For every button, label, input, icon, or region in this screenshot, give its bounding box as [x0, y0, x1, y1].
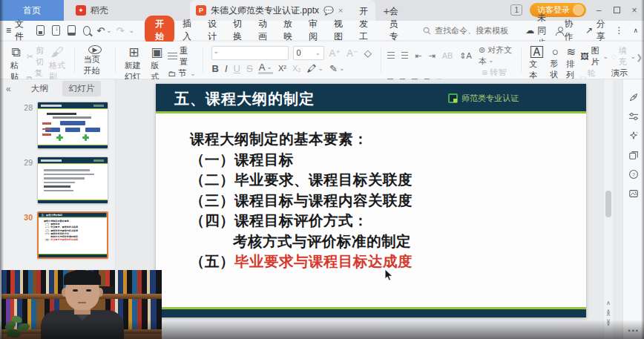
- slide-body-text[interactable]: 课程大纲制定的基本要素： （一）课程目标 （二）毕业要求、课程目标关联度 （三）…: [156, 113, 586, 272]
- collaborate-button[interactable]: 协作: [556, 18, 576, 43]
- previous-slide-icon[interactable]: ∧∧: [606, 310, 611, 316]
- ribbon-tab-review[interactable]: 审阅: [300, 16, 326, 45]
- bullet-list-icon[interactable]: [387, 52, 394, 59]
- paste-button[interactable]: ⧉ 粘贴: [7, 43, 25, 77]
- slide-thumbnail-28[interactable]: [37, 102, 108, 149]
- tab-slides[interactable]: 幻灯片: [62, 81, 102, 96]
- layout-button[interactable]: ▣ 版式: [147, 43, 166, 77]
- slides-copy-icon[interactable]: [628, 149, 640, 161]
- pen-button[interactable]: ✎: [329, 63, 345, 74]
- tab-home-label: 首页: [23, 4, 41, 17]
- decrease-indent-icon[interactable]: ⇤: [415, 51, 421, 61]
- ribbon-tab-animation[interactable]: 动画: [250, 16, 275, 45]
- hamburger-icon: ≡: [6, 25, 11, 36]
- more-menu-icon[interactable]: ⋮: [614, 25, 623, 36]
- command-search[interactable]: [423, 26, 524, 35]
- slide-thumbnail-29[interactable]: [37, 157, 108, 204]
- slide-footer-bar: [156, 307, 586, 317]
- section-button[interactable]: 🗀 节: [168, 68, 196, 79]
- font-size-select[interactable]: 0 ⌄: [293, 46, 324, 60]
- scroll-up-icon[interactable]: ∧: [606, 300, 611, 306]
- fill-button[interactable]: ◌ 填充: [611, 45, 636, 68]
- underline-button[interactable]: U: [233, 63, 241, 74]
- canvas-scrollbar[interactable]: ∧ ∧∧ ∨∨: [603, 79, 613, 339]
- tab-docer[interactable]: ✦ 稻壳: [64, 0, 145, 21]
- redo-icon[interactable]: ↷: [115, 25, 126, 36]
- logo-text: 师范类专业认证: [461, 93, 519, 104]
- decrease-font-icon[interactable]: A⁻: [346, 47, 359, 59]
- numbered-list-icon[interactable]: [401, 52, 408, 59]
- thumb-mini-slide: 五、课程大纲的制定 课程大纲制定的基本要素： （一）课程目标 （二）毕业要求、课…: [39, 213, 107, 259]
- increase-font-icon[interactable]: A⁺: [329, 47, 342, 59]
- file-menu[interactable]: ≡ 文件: [6, 18, 32, 43]
- new-slide-button[interactable]: ⊞ 新建幻灯片: [121, 43, 148, 77]
- play-from-current-button[interactable]: ▶ 当页开始: [80, 43, 110, 77]
- share-button[interactable]: ↗ 分享: [585, 18, 605, 43]
- print-icon[interactable]: [68, 25, 76, 36]
- slide-number: 28: [18, 102, 33, 112]
- shapes-icon: ○: [552, 45, 559, 58]
- panel-collapse-icon[interactable]: «: [6, 84, 11, 94]
- format-painter-button[interactable]: 🖌 格式刷: [45, 43, 69, 77]
- body-line: （二）毕业要求、课程目标关联度: [190, 170, 586, 191]
- ribbon-tab-view[interactable]: 视图: [326, 16, 351, 45]
- current-slide[interactable]: 五、课程大纲的制定 师范类专业认证 课程大纲制定的基本要素： （一）课程目标 （…: [156, 84, 586, 317]
- italic-button[interactable]: I: [224, 63, 229, 74]
- strikethrough-button[interactable]: S: [246, 63, 254, 74]
- undo-icon[interactable]: ↶: [95, 25, 113, 36]
- font-color-button[interactable]: A: [258, 62, 273, 74]
- save-icon[interactable]: [36, 25, 45, 36]
- layers-icon: ≋: [566, 45, 576, 59]
- quick-access-dropdown-icon[interactable]: ⌄: [128, 27, 137, 34]
- shapes-label: 形状: [551, 58, 560, 80]
- collapse-ribbon-icon[interactable]: ∧: [633, 27, 638, 34]
- highlight-button[interactable]: 🖍: [306, 63, 324, 74]
- print-preview-icon[interactable]: [83, 26, 91, 36]
- shapes-button[interactable]: ○ 形状: [548, 43, 563, 77]
- sidebar-more-dots[interactable]: •••: [628, 327, 640, 335]
- superscript-button[interactable]: X²: [277, 64, 287, 73]
- play-icon: ▶: [88, 45, 102, 54]
- editing-canvas[interactable]: 五、课程大纲的制定 师范类专业认证 课程大纲制定的基本要素： （一）课程目标 （…: [116, 79, 613, 339]
- ribbon-expand-icon[interactable]: ❯: [637, 53, 643, 62]
- ribbon-tab-design[interactable]: 设计: [200, 16, 225, 45]
- next-slide-icon[interactable]: ∨∨: [606, 320, 611, 326]
- properties-sliders-icon[interactable]: [628, 111, 640, 122]
- line-spacing-icon[interactable]: ⇕A: [459, 51, 472, 61]
- ribbon-tab-slideshow[interactable]: 放映: [275, 16, 300, 45]
- font-family-select[interactable]: [211, 46, 289, 60]
- scrollbar-thumb[interactable]: [605, 191, 611, 217]
- cut-button[interactable]: ✂ 剪切: [27, 45, 44, 68]
- slide-title-bar[interactable]: 五、课程大纲的制定 师范类专业认证: [156, 84, 586, 113]
- align-text-button[interactable]: ⊜ 对齐文本: [479, 45, 514, 67]
- certification-logo: 师范类专业认证: [448, 93, 519, 104]
- arrange-button[interactable]: ≋ 排列: [563, 43, 579, 77]
- ribbon-tab-home[interactable]: 开始: [145, 16, 174, 45]
- effects-wand-icon[interactable]: [628, 130, 640, 142]
- slide-thumbnail-30-selected[interactable]: 五、课程大纲的制定 课程大纲制定的基本要素： （一）课程目标 （二）毕业要求、课…: [37, 211, 108, 259]
- help-icon[interactable]: ?: [628, 168, 640, 180]
- ribbon-tab-insert[interactable]: 插入: [174, 16, 200, 45]
- chevron-down-icon: ⌄: [315, 50, 321, 56]
- assistant-rocket-icon[interactable]: [628, 91, 640, 103]
- ribbon-tab-transition[interactable]: 切换: [225, 16, 250, 45]
- search-input[interactable]: [435, 26, 524, 35]
- export-icon[interactable]: [52, 25, 60, 36]
- bold-button[interactable]: B: [211, 63, 220, 74]
- picture-button[interactable]: 🖼 图片: [580, 45, 608, 68]
- slide-title[interactable]: 五、课程大纲的制定: [156, 84, 586, 113]
- subscript-button[interactable]: X₂: [292, 64, 302, 73]
- paste-icon: ⧉: [11, 45, 20, 60]
- increase-indent-icon[interactable]: ⇥: [428, 51, 435, 61]
- present-button[interactable]: 演示: [611, 68, 636, 79]
- new-slide-icon: ⊞: [128, 45, 139, 60]
- char-spacing-icon[interactable]: AB: [442, 51, 453, 60]
- clear-format-icon[interactable]: ◇: [364, 47, 372, 59]
- export-image-icon[interactable]: [628, 188, 640, 200]
- reset-button[interactable]: 重置: [168, 45, 196, 68]
- tab-outline[interactable]: 大纲: [24, 81, 55, 96]
- textbox-icon: 🄰: [530, 45, 543, 59]
- person-icon: [556, 27, 561, 35]
- window-count-badge[interactable]: 1: [510, 4, 522, 16]
- textbox-button[interactable]: 🄰 文本框: [526, 43, 547, 77]
